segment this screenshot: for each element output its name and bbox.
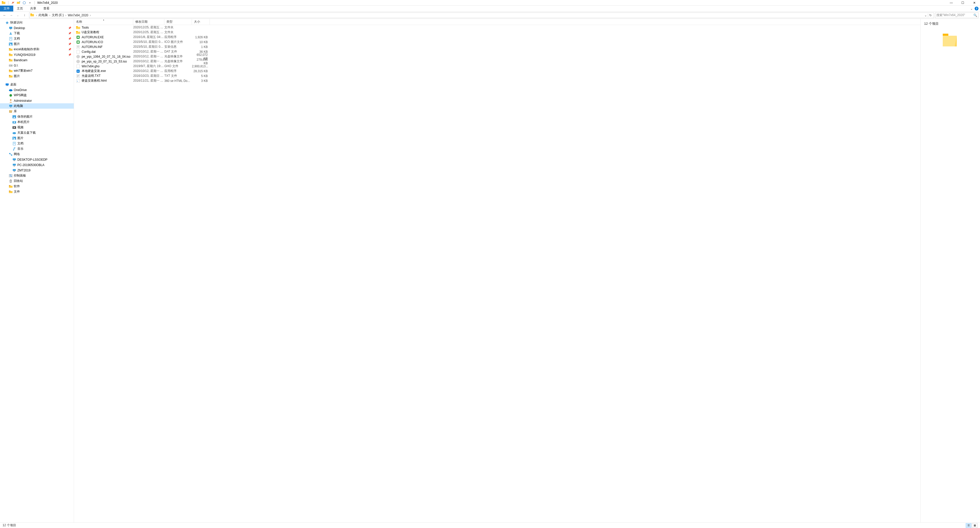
tree-item-label: 控制面板 [14,173,72,178]
file-row[interactable]: U盘安装教程 2020/12/25, 星期五 1... 文件夹 [74,30,920,35]
search-icon[interactable]: 🔍 [974,14,977,17]
tree-item[interactable]: 天翼云盘下载 [0,130,74,135]
svg-rect-81 [76,45,80,49]
tree-item[interactable]: WPS网盘 [0,93,74,98]
ribbon-expand-button[interactable]: ⌄ [969,6,975,11]
chevron-right-icon[interactable]: › [65,14,67,17]
svg-rect-62 [14,171,15,172]
file-size: 1 KB [192,45,208,49]
tree-item[interactable]: 文档 [0,141,74,146]
column-header-date[interactable]: 修改日期 [133,19,164,25]
tree-item[interactable]: 控制面板 [0,173,74,178]
svg-rect-58 [14,160,15,161]
tree-item[interactable]: G:\ [0,63,74,68]
tree-item[interactable]: 视频 [0,125,74,130]
tab-view[interactable]: 查看 [40,6,53,11]
close-button[interactable]: ✕ [969,0,980,6]
breadcrumb-item[interactable]: 此电脑 [38,13,49,17]
tree-item[interactable]: Desktop 📌 [0,25,74,31]
svg-rect-76 [76,31,78,32]
tree-item[interactable]: PC-20190530OBLA [0,162,74,168]
tree-item[interactable]: 本机照片 [0,119,74,125]
tree-item[interactable]: 快速访问 [0,20,74,25]
tree-item[interactable]: 下载 📌 [0,31,74,36]
tree-item[interactable]: YUNQISHI2019 📌 [0,52,74,57]
recent-locations-button[interactable]: ⌄ [15,12,21,18]
up-button[interactable]: ↑ [21,12,27,18]
sort-ascending-icon: ▴ [103,19,104,21]
tree-item[interactable]: DESKTOP-LSSOEDP [0,157,74,162]
file-row[interactable]: 本地硬盘安装.exe 2020/10/12, 星期一 1... 应用程序 28,… [74,69,920,73]
tree-item[interactable]: Bandicam [0,57,74,63]
music-icon [12,147,16,151]
tree-item[interactable]: 软件 [0,184,74,189]
file-row[interactable]: Win7x64.gho 2019/9/7, 星期六 19:... GHO 文件 … [74,64,920,69]
tab-home[interactable]: 主页 [13,6,27,11]
pic-icon [12,136,16,140]
svg-point-67 [11,176,12,176]
tree-item[interactable]: 音乐 [0,146,74,152]
tab-file[interactable]: 文件 [0,6,13,11]
address-dropdown-button[interactable]: ⌄ [923,14,928,17]
tree-item[interactable]: 网络 [0,152,74,157]
tree-item[interactable]: OneDrive [0,87,74,93]
refresh-button[interactable]: ↻ [928,14,933,17]
tree-item[interactable]: ZMT2019 [0,168,74,173]
file-name: Config.dat [82,50,133,54]
breadcrumb-item[interactable]: Win7x64_2020 [67,14,89,17]
address-bar[interactable]: › 此电脑 › 文档 (E:) › Win7x64_2020 › ⌄ ↻ [29,13,934,18]
tree-item[interactable]: 文件 [0,189,74,194]
column-header-size[interactable]: 大小 [192,19,210,25]
qat-item-icon[interactable] [22,1,26,5]
navigation-pane[interactable]: 快速访问 Desktop 📌 下载 📌 文档 📌 图片 📌 excel表格制作求… [0,19,74,522]
tree-item[interactable]: 图片 [0,73,74,79]
file-row[interactable]: e 硬盘安装教程.html 2016/11/21, 星期一 2... 360 s… [74,78,920,83]
file-row[interactable]: AUTORUN.ICO 2015/5/10, 星期日 02... ICO 图片文… [74,40,920,44]
tab-share[interactable]: 共享 [27,6,40,11]
tree-item[interactable]: 保存的图片 [0,114,74,119]
file-row[interactable]: pe_yqs_xp_20_07_31_15_53.iso 2020/10/12,… [74,59,920,64]
tree-item[interactable]: 此电脑 [0,103,74,109]
search-box[interactable]: 搜索"Win7x64_2020" 🔍 [935,13,978,18]
chevron-right-icon[interactable]: › [89,14,91,17]
tree-item-label: 文档 [18,141,72,146]
video-icon [12,125,16,130]
properties-icon[interactable] [11,1,15,5]
svg-rect-37 [10,110,11,113]
file-row[interactable]: AUTORUN.INF 2015/5/10, 星期日 02... 安装信息 1 … [74,44,920,49]
new-folder-icon[interactable]: ✕ [17,1,21,5]
help-button[interactable]: ? [975,6,978,11]
maximize-button[interactable]: ☐ [957,0,969,6]
file-row[interactable]: 光盘说明.TXT 2016/10/23, 星期日 0... TXT 文件 5 K… [74,73,920,78]
tree-item[interactable]: win7重装win7 [0,68,74,73]
doc-icon [9,37,13,41]
tree-item[interactable]: excel表格制作求和 📌 [0,47,74,52]
tree-item-label: DESKTOP-LSSOEDP [18,158,72,162]
breadcrumb-item[interactable]: 文档 (E:) [51,13,65,17]
tree-item[interactable]: 库 [0,109,74,114]
drive-icon [9,63,13,68]
chevron-right-icon[interactable]: › [35,14,38,17]
details-view-button[interactable]: ☰ [966,523,971,528]
column-header-type[interactable]: 类型 [164,19,192,25]
minimize-button[interactable]: — [945,0,957,6]
back-button[interactable]: ← [2,12,8,18]
column-header-name[interactable]: 名称▴ [74,19,133,25]
tree-item[interactable]: 回收站 [0,178,74,184]
file-list[interactable]: Tools 2020/12/25, 星期五 1... 文件夹 U盘安装教程 20… [74,25,920,522]
forward-button[interactable]: → [8,12,14,18]
tree-item[interactable]: Administrator [0,98,74,103]
chevron-right-icon[interactable]: › [49,14,51,17]
file-row[interactable]: Tools 2020/12/25, 星期五 1... 文件夹 [74,25,920,30]
tree-item[interactable]: 桌面 [0,82,74,87]
large-icons-view-button[interactable]: ▦ [972,523,977,528]
tree-item[interactable]: 文档 📌 [0,36,74,41]
qat-dropdown-icon[interactable]: ▾ [28,1,32,5]
file-size: 28,315 KB [192,70,208,73]
file-row[interactable]: AUTORUN.EXE 2016/1/8, 星期五 04:... 应用程序 1,… [74,35,920,40]
onedrive-icon [9,88,13,92]
tree-item-label: Desktop [14,26,68,30]
tree-item[interactable]: 图片 [0,135,74,141]
tree-item[interactable]: 图片 📌 [0,41,74,47]
tree-item-label: 桌面 [10,82,72,87]
